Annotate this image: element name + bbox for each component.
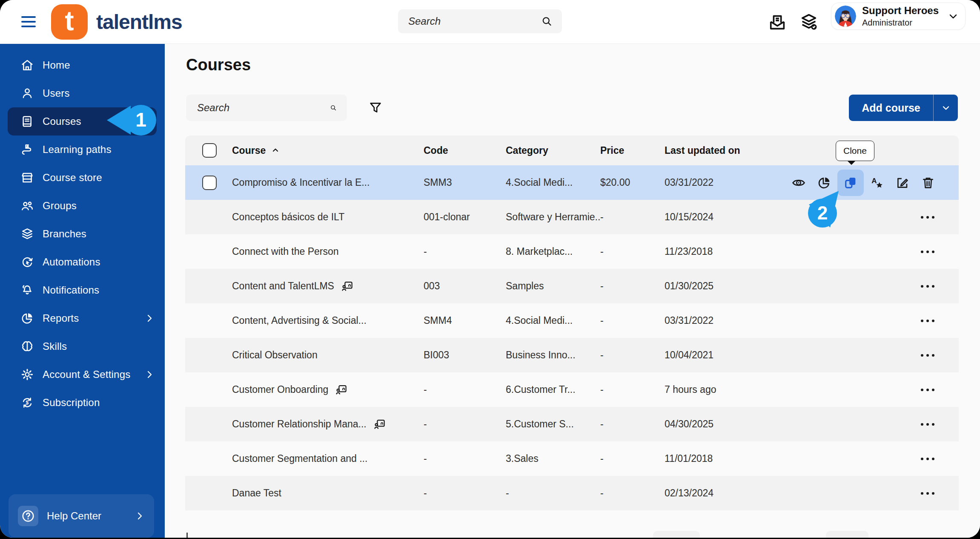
chevron-right-icon — [135, 511, 145, 521]
sidebar-item-help-center[interactable]: Help Center — [9, 494, 154, 538]
sort-ascending-icon[interactable] — [271, 146, 280, 155]
sidebar-item-groups[interactable]: Groups — [0, 192, 165, 220]
column-course[interactable]: Course — [232, 145, 266, 156]
course-store-icon — [20, 171, 34, 184]
app-window: t talentlms — [0, 0, 980, 538]
column-category[interactable]: Category — [506, 145, 600, 156]
instructor-led-session-icon — [341, 280, 354, 293]
user-menu[interactable]: Support Heroes Administrator — [831, 3, 966, 30]
column-last-updated[interactable]: Last updated on — [665, 145, 788, 156]
clone-tooltip: Clone — [836, 141, 874, 161]
groups-icon — [20, 199, 34, 213]
row-menu-button[interactable] — [920, 384, 935, 395]
sidebar: Home Users Courses Learning paths Course… — [0, 44, 165, 538]
svg-text:A: A — [871, 177, 877, 185]
chevron-right-icon — [144, 313, 155, 323]
svg-text:$: $ — [26, 400, 29, 406]
chevron-right-icon — [144, 369, 155, 380]
row-menu-button[interactable] — [920, 212, 935, 223]
users-icon — [20, 86, 34, 100]
step-2-callout: 2 — [794, 187, 850, 246]
row-menu-button[interactable] — [920, 315, 935, 326]
automations-icon — [20, 255, 34, 269]
instructor-led-session-icon — [373, 418, 386, 431]
sidebar-item-reports[interactable]: Reports — [0, 304, 165, 332]
table-controls: Add course — [186, 95, 958, 121]
hamburger-menu-icon[interactable] — [20, 14, 37, 29]
row-menu-button[interactable] — [920, 488, 935, 499]
help-icon — [18, 506, 38, 526]
svg-text:1: 1 — [135, 109, 146, 131]
table-row[interactable]: Danae Test - - - 02/13/2024 — [185, 476, 959, 510]
row-menu-button[interactable] — [920, 453, 935, 464]
step-1-callout: 1 — [103, 101, 159, 140]
sidebar-item-notifications[interactable]: Notifications — [0, 276, 165, 304]
sidebar-item-account-settings[interactable]: Account & Settings — [0, 360, 165, 389]
settings-icon — [20, 368, 34, 381]
user-role: Administrator — [862, 17, 947, 28]
talentlms-logo-icon[interactable]: t — [51, 4, 88, 40]
search-icon — [330, 102, 337, 114]
add-course-button[interactable]: Add course — [849, 95, 958, 121]
sidebar-item-skills[interactable]: Skills — [0, 332, 165, 360]
courses-icon — [20, 115, 34, 128]
global-search — [398, 9, 562, 33]
home-icon — [20, 58, 34, 72]
row-checkbox[interactable] — [202, 176, 217, 190]
column-price[interactable]: Price — [600, 145, 665, 156]
translate-icon[interactable]: A — [870, 176, 884, 190]
top-bar: t talentlms — [0, 0, 980, 44]
notifications-icon — [20, 283, 34, 297]
sidebar-item-home[interactable]: Home — [0, 51, 165, 79]
page-edge-mark — [186, 533, 188, 538]
add-course-dropdown[interactable] — [933, 95, 958, 121]
talentlms-wordmark[interactable]: talentlms — [96, 10, 182, 34]
sidebar-item-branches[interactable]: Branches — [0, 220, 165, 248]
pagination-button[interactable] — [653, 531, 700, 538]
table-row[interactable]: Customer Onboarding - 6.Customer Tr... -… — [185, 372, 959, 407]
pagination-button[interactable] — [826, 531, 868, 538]
reports-icon — [20, 311, 34, 325]
row-menu-button[interactable] — [920, 281, 935, 292]
course-search-input[interactable] — [196, 101, 330, 114]
avatar — [835, 6, 856, 27]
chevron-down-icon — [947, 10, 959, 22]
course-search — [186, 95, 347, 121]
select-all-checkbox[interactable] — [202, 143, 217, 158]
global-search-input[interactable] — [407, 15, 541, 28]
row-menu-button[interactable] — [920, 246, 935, 257]
svg-text:2: 2 — [817, 202, 828, 223]
help-center-label: Help Center — [47, 510, 135, 522]
table-row[interactable]: Content and TalentLMS 003 Samples - 01/3… — [185, 269, 959, 303]
sidebar-item-subscription[interactable]: $ Subscription — [0, 389, 165, 417]
main-content: Courses Add course — [165, 44, 980, 538]
chevron-down-icon — [941, 103, 951, 113]
subscription-icon: $ — [20, 396, 34, 409]
inbox-icon[interactable] — [767, 12, 788, 32]
column-code[interactable]: Code — [424, 145, 506, 156]
table-row[interactable]: Critical Observation BI003 Business Inno… — [185, 338, 959, 372]
branches-icon — [20, 227, 34, 241]
page-title: Courses — [186, 56, 251, 74]
learning-paths-icon — [20, 143, 34, 156]
search-icon — [541, 15, 553, 28]
table-row[interactable]: Customer Relationship Mana... - 5.Custom… — [185, 407, 959, 441]
row-menu-button[interactable] — [920, 350, 935, 361]
sidebar-item-course-store[interactable]: Course store — [0, 164, 165, 192]
sidebar-item-automations[interactable]: Automations — [0, 248, 165, 276]
table-row[interactable]: Content, Advertising & Social... SMM4 4.… — [185, 303, 959, 338]
row-menu-button[interactable] — [920, 419, 935, 430]
instructor-led-session-icon — [335, 383, 348, 396]
table-row[interactable]: Customer Segmentation and ... - 3.Sales … — [185, 441, 959, 476]
filter-icon[interactable] — [367, 99, 384, 117]
branch-switcher-icon[interactable] — [799, 12, 819, 32]
edit-icon[interactable] — [895, 176, 910, 190]
delete-icon[interactable] — [921, 176, 935, 190]
user-name: Support Heroes — [862, 5, 947, 17]
skills-icon — [20, 340, 34, 353]
